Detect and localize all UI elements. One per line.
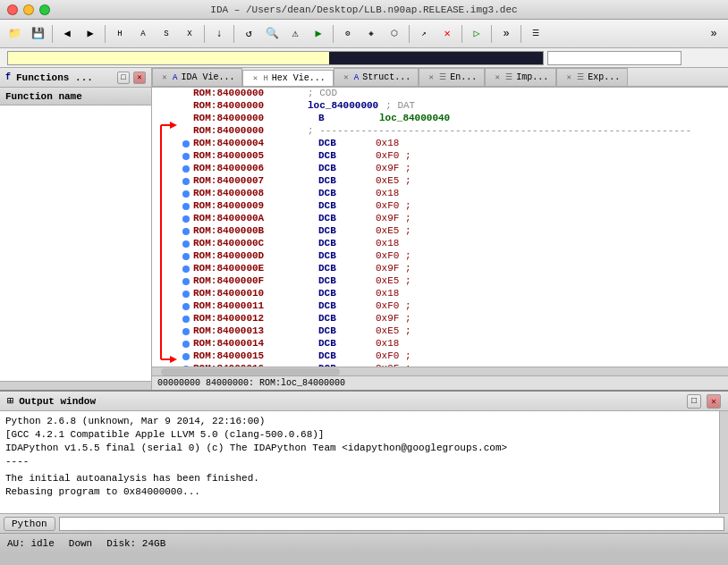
disasm-line-12[interactable]: ROM:8400000C DCB 0x18: [179, 238, 728, 250]
step-button[interactable]: ↗: [413, 23, 435, 45]
disasm-line-14[interactable]: ROM:8400000E DCB 0x9F ;: [179, 263, 728, 275]
disasm-line-7[interactable]: ROM:84000007 DCB 0xE5 ;: [179, 175, 728, 188]
forward-button[interactable]: ▶: [80, 23, 101, 45]
tab-hex-close-icon[interactable]: ✕: [250, 74, 259, 83]
svg-marker-3: [170, 356, 177, 363]
dot-17: [182, 303, 190, 310]
status-cursor: Down: [69, 538, 92, 549]
tab-struct-label: Struct...: [362, 72, 411, 82]
disasm-button[interactable]: A: [132, 23, 154, 45]
disasm-line-17[interactable]: ROM:84000011 DCB 0xF0 ;: [179, 300, 728, 313]
disasm-line-21[interactable]: ROM:84000015 DCB 0xF0 ;: [179, 350, 728, 363]
tab-struct[interactable]: ✕ A Struct...: [334, 68, 419, 86]
nav-band: [7, 51, 544, 65]
disasm-line-2[interactable]: ROM:84000000 B loc_84000040: [179, 113, 728, 125]
disasm-line-19[interactable]: ROM:84000013 DCB 0xE5 ;: [179, 325, 728, 338]
output-line-4: The initial autoanalysis has been finish…: [5, 472, 714, 485]
tab-exp-close-icon[interactable]: ✕: [564, 73, 573, 82]
disasm-status-line: 00000000 84000000: ROM:loc_84000000: [152, 375, 728, 390]
disasm-line-6[interactable]: ROM:84000006 DCB 0x9F ;: [179, 163, 728, 175]
disasm-line-4[interactable]: ROM:84000004 DCB 0x18: [179, 138, 728, 150]
disasm-line-20[interactable]: ROM:84000014 DCB 0x18: [179, 338, 728, 350]
functions-panel-close-button[interactable]: ✕: [133, 72, 146, 84]
disasm-scroll-thumb[interactable]: [161, 368, 340, 375]
output-line-3: ----: [5, 455, 714, 468]
close-button[interactable]: [7, 4, 18, 15]
more-button[interactable]: »: [495, 23, 517, 45]
options-button[interactable]: ☰: [525, 23, 546, 45]
struct-button[interactable]: S: [156, 23, 177, 45]
tab-en[interactable]: ✕ ☰ En...: [419, 68, 485, 86]
python-bar: Python: [0, 513, 728, 533]
function-list[interactable]: [0, 105, 151, 381]
disasm-line-11[interactable]: ROM:8400000B DCB 0xE5 ;: [179, 225, 728, 238]
cross-ref-button[interactable]: X: [179, 23, 200, 45]
tab-imp[interactable]: ✕ ☰ Imp...: [485, 68, 556, 86]
output-scrollbar[interactable]: [719, 411, 728, 513]
disasm-line-18[interactable]: ROM:84000012 DCB 0x9F ;: [179, 313, 728, 325]
hex-button[interactable]: H: [109, 23, 131, 45]
disasm-lines-container: ROM:84000000 ; COD ROM:84000000 loc_8400…: [179, 88, 728, 375]
output-content[interactable]: Python 2.6.8 (unknown, Mar 9 2014, 22:16…: [0, 411, 719, 513]
toolbar-separator-7: [461, 25, 462, 43]
functions-panel-float-button[interactable]: □: [117, 72, 130, 84]
disasm-line-15[interactable]: ROM:8400000F DCB 0xE5 ;: [179, 275, 728, 288]
disasm-line-13[interactable]: ROM:8400000D DCB 0xF0 ;: [179, 250, 728, 263]
save-button[interactable]: 💾: [27, 23, 48, 45]
tab-ida-view[interactable]: ✕ A IDA Vie...: [152, 68, 242, 86]
open-button[interactable]: 📁: [4, 23, 25, 45]
minimize-button[interactable]: [23, 4, 34, 15]
output-close-button[interactable]: ✕: [707, 394, 721, 409]
debug-button[interactable]: ▷: [466, 23, 487, 45]
disasm-hscrollbar[interactable]: [152, 367, 728, 375]
output-float-button[interactable]: □: [687, 394, 701, 409]
svg-marker-4: [170, 122, 177, 129]
nav-button[interactable]: ◈: [360, 23, 382, 45]
functions-panel-title: Functions ...: [16, 72, 114, 83]
disasm-line-8[interactable]: ROM:84000008 DCB 0x18: [179, 188, 728, 200]
bp-button[interactable]: ⬡: [384, 23, 405, 45]
title-bar: IDA – /Users/dean/Desktop/LLB.n90ap.RELE…: [0, 0, 728, 20]
disasm-line-9[interactable]: ROM:84000009 DCB 0xF0 ;: [179, 200, 728, 213]
tab-exp[interactable]: ✕ ☰ Exp...: [556, 68, 628, 86]
tab-hex-view[interactable]: ✕ H Hex Vie...: [242, 70, 333, 88]
disasm-line-1[interactable]: ROM:84000000 loc_84000000 ; DAT: [179, 100, 728, 113]
disasm-line-5[interactable]: ROM:84000005 DCB 0xF0 ;: [179, 150, 728, 163]
toolbar-separator-1: [52, 25, 53, 43]
python-label[interactable]: Python: [4, 517, 55, 531]
disasm-line-3[interactable]: ROM:84000000 ; -------------------------…: [179, 125, 728, 138]
output-line-1: [GCC 4.2.1 Compatible Apple LLVM 5.0 (cl…: [5, 428, 714, 442]
dot-6: [182, 165, 190, 173]
disasm-line-0[interactable]: ROM:84000000 ; COD: [179, 88, 728, 100]
stop-button[interactable]: ✕: [436, 23, 458, 45]
dot-15: [182, 278, 190, 285]
functions-scrollbar[interactable]: [0, 381, 151, 390]
tab-close-icon[interactable]: ✕: [160, 73, 169, 82]
back-button[interactable]: ◀: [56, 23, 78, 45]
refresh-button[interactable]: ↺: [238, 23, 259, 45]
run-button[interactable]: ▶: [308, 23, 329, 45]
tab-en-close-icon[interactable]: ✕: [427, 73, 436, 82]
search-button[interactable]: 🔍: [261, 23, 283, 45]
maximize-button[interactable]: [39, 4, 50, 15]
down-arrow-button[interactable]: ↓: [208, 23, 230, 45]
more-right-button[interactable]: »: [703, 23, 724, 45]
disasm-view[interactable]: ROM:84000000 ; COD ROM:84000000 loc_8400…: [152, 88, 728, 375]
address-bar: [0, 48, 728, 68]
address-search-input[interactable]: [547, 51, 681, 65]
dot-18: [182, 316, 190, 323]
toolbar: 📁 💾 ◀ ▶ H A S X ↓ ↺ 🔍 ⚠ ▶ ⚙ ◈ ⬡ ↗ ✕ ▷ » …: [0, 20, 728, 48]
python-input[interactable]: [59, 517, 724, 531]
dot-11: [182, 228, 190, 235]
disasm-line-16[interactable]: ROM:84000010 DCB 0x18: [179, 288, 728, 300]
warning-button[interactable]: ⚠: [284, 23, 306, 45]
plugin-button[interactable]: ⚙: [337, 23, 359, 45]
tab-imp-close-icon[interactable]: ✕: [493, 73, 502, 82]
dot-9: [182, 203, 190, 210]
toolbar-separator-2: [105, 25, 106, 43]
function-name-column-header: Function name: [0, 88, 151, 105]
tab-struct-close-icon[interactable]: ✕: [342, 73, 351, 82]
dot-8: [182, 190, 190, 198]
functions-icon: f: [5, 72, 11, 82]
disasm-line-10[interactable]: ROM:8400000A DCB 0x9F ;: [179, 213, 728, 225]
